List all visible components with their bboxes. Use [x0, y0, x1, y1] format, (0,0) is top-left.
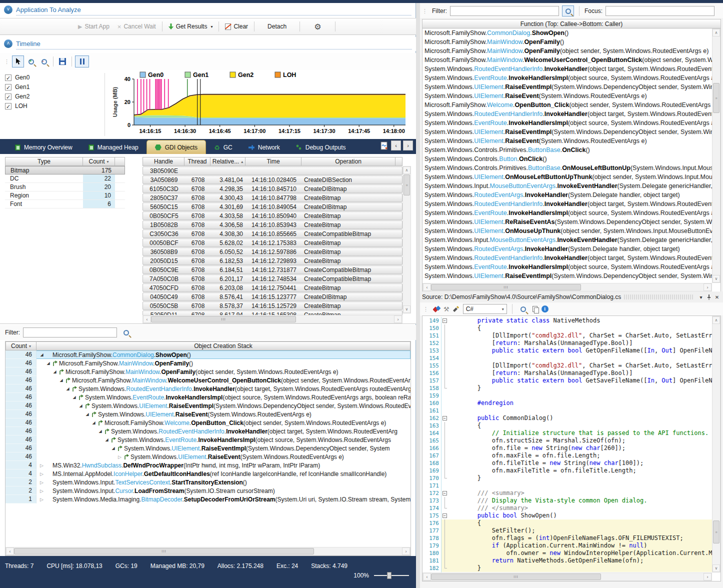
- code-line[interactable]: 175− public bool ShowOpen(): [422, 512, 712, 520]
- function-hscrollbar[interactable]: ‹ III ›: [422, 283, 712, 292]
- flashlight-icon[interactable]: [452, 306, 460, 312]
- fold-collapse-icon[interactable]: −: [442, 514, 447, 518]
- scroll-up-button[interactable]: ∧: [712, 29, 720, 36]
- handle-row[interactable]: 28050C3767084.300,4314:16:10.847798Creat…: [142, 194, 402, 202]
- expand-closed-icon[interactable]: ▷: [116, 454, 123, 460]
- pause-button[interactable]: [75, 56, 89, 68]
- handle-row[interactable]: 20050D1567086.182,5314:16:12.729893Creat…: [142, 256, 402, 265]
- stack-tree-row[interactable]: 46◢Microsoft.FamilyShow.CommonDialog.Sho…: [6, 350, 410, 359]
- checkbox-checked-icon[interactable]: ✓: [5, 84, 12, 90]
- stack-filter-input[interactable]: [23, 328, 117, 338]
- handle-row[interactable]: 1B05082B67084.306,5814:16:10.853943Creat…: [142, 220, 402, 229]
- stack-tree-row[interactable]: 4▷MS.Win32.HwndSubclass.DefWndProcWrappe…: [6, 461, 410, 470]
- stack-tree-row[interactable]: 2▷System.Windows.Input.TextServicesConte…: [6, 478, 410, 486]
- code-line[interactable]: 181 return NativeMethods.GetOpenFileName…: [422, 557, 712, 564]
- code-line[interactable]: 157 public static extern bool GetSaveFil…: [422, 377, 712, 384]
- scroll-left-button[interactable]: ‹: [6, 548, 14, 555]
- code-line[interactable]: 167 ofn.maxFile = ofn.file.Length;: [422, 452, 712, 460]
- source-dropdown-button[interactable]: ▾: [697, 293, 705, 301]
- function-row[interactable]: System.Windows.UIElement.RaiseEvent(Syst…: [422, 136, 712, 146]
- column-header-count[interactable]: Count▾: [6, 342, 36, 350]
- pin-button[interactable]: [705, 293, 713, 301]
- scroll-down-button[interactable]: ∨: [403, 306, 410, 313]
- code-line[interactable]: 168 ofn.fileTitle = new String(new char[…: [422, 460, 712, 467]
- stack-tree-row[interactable]: 46◢Microsoft.FamilyShow.MainWindow.OpenF…: [6, 368, 410, 376]
- function-row[interactable]: Microsoft.FamilyShow.CommonDialog.ShowOp…: [422, 28, 712, 38]
- function-vscrollbar[interactable]: ∧ ≡ ∨: [712, 28, 720, 283]
- tab-debug-outputs[interactable]: Debug Outputs: [288, 141, 354, 154]
- handle-row[interactable]: 47050CFD67086.203,0814:16:12.750441Creat…: [142, 284, 402, 292]
- code-lines[interactable]: 149− private static class NativeMethods1…: [422, 317, 712, 581]
- component-icon[interactable]: [433, 306, 440, 312]
- function-filter-input[interactable]: [450, 6, 559, 16]
- scroll-down-button[interactable]: ∨: [712, 564, 720, 572]
- select-tool-button[interactable]: [12, 56, 24, 68]
- expand-open-icon[interactable]: ◢: [71, 395, 78, 400]
- handle-row[interactable]: 04050C4967088.576,4114:16:15.123777Creat…: [142, 292, 402, 301]
- column-header-operation[interactable]: Operation: [302, 157, 396, 166]
- type-row[interactable]: Bitmap175: [5, 166, 125, 174]
- handle-row[interactable]: 05050C5B67088.578,3714:16:15.125729Creat…: [142, 302, 402, 310]
- handle-hscrollbar[interactable]: ‹III›: [142, 315, 402, 324]
- series-toggle-gen2[interactable]: ✓Gen2: [5, 92, 104, 101]
- column-header-count[interactable]: Count▾: [83, 157, 115, 166]
- function-row[interactable]: Microsoft.FamilyShow.MainWindow.OpenFami…: [422, 46, 712, 56]
- function-row[interactable]: Microsoft.FamilyShow.Welcome.OpenButton_…: [422, 100, 712, 110]
- zoom-out-button[interactable]: -: [38, 56, 50, 68]
- code-line[interactable]: 153 public static extern bool GetOpenFil…: [422, 347, 712, 354]
- series-toggle-gen1[interactable]: ✓Gen1: [5, 82, 104, 92]
- checkbox-checked-icon[interactable]: ✓: [5, 74, 12, 81]
- expand-open-icon[interactable]: ◢: [110, 446, 116, 450]
- function-row[interactable]: System.Windows.RoutedEventHandlerInfo.In…: [422, 64, 712, 74]
- code-line[interactable]: 150 {: [422, 324, 712, 332]
- scroll-left-button[interactable]: ‹: [423, 284, 431, 291]
- code-line[interactable]: 161: [422, 407, 712, 414]
- column-header-stack[interactable]: Object Creation Stack: [36, 342, 410, 350]
- zoom-in-button[interactable]: +: [25, 56, 37, 68]
- stack-tree-row[interactable]: 46◢Microsoft.FamilyShow.Welcome.OpenButt…: [6, 418, 410, 427]
- stack-tree-row[interactable]: 46◢Microsoft.FamilyShow.MainWindow.Welco…: [6, 376, 410, 384]
- function-row[interactable]: System.Windows.UIElement.ReRaiseEventAs(…: [422, 218, 712, 226]
- expand-open-icon[interactable]: ◢: [38, 352, 45, 357]
- function-row[interactable]: System.Windows.RoutedEventHandlerInfo.In…: [422, 110, 712, 118]
- function-row[interactable]: System.Windows.EventRoute.InvokeHandlers…: [422, 74, 712, 82]
- function-filter-search-button[interactable]: [562, 6, 574, 16]
- toolbar-grip[interactable]: ⋮: [422, 8, 427, 14]
- expand-open-icon[interactable]: ◢: [84, 412, 90, 416]
- code-line[interactable]: 173 /// Display the Vista-style common O…: [422, 497, 712, 504]
- function-row[interactable]: System.Windows.Controls.Button.OnClick(): [422, 154, 712, 164]
- code-hscrollbar[interactable]: ‹ III ›: [422, 572, 712, 581]
- code-line[interactable]: 154: [422, 354, 712, 362]
- scroll-right-button[interactable]: ›: [394, 316, 402, 323]
- column-header-handle[interactable]: Handle: [142, 157, 184, 166]
- type-row[interactable]: Font6: [5, 200, 125, 208]
- code-line[interactable]: 158 }: [422, 384, 712, 392]
- fold-collapse-icon[interactable]: −: [442, 318, 447, 323]
- function-row[interactable]: Microsoft.FamilyShow.MainWindow.WelcomeU…: [422, 56, 712, 64]
- scrollbar-thumb[interactable]: III: [431, 574, 601, 580]
- function-row[interactable]: System.Windows.UIElement.OnMouseLeftButt…: [422, 172, 712, 182]
- series-toggle-loh[interactable]: ✓LOH: [5, 102, 104, 110]
- expand-closed-icon[interactable]: ▷: [38, 463, 45, 468]
- expand-open-icon[interactable]: ◢: [97, 429, 104, 434]
- code-line[interactable]: 176 {: [422, 520, 712, 527]
- code-line[interactable]: 159: [422, 392, 712, 400]
- handle-row[interactable]: 3A05086967083.481,0414:16:10.028405Creat…: [142, 176, 402, 184]
- expand-open-icon[interactable]: ◢: [58, 378, 64, 382]
- scroll-right-button[interactable]: ›: [704, 284, 712, 291]
- function-row[interactable]: System.Windows.UIElement.RaiseEvent(Syst…: [422, 92, 712, 100]
- column-header-thread[interactable]: Thread: [184, 157, 210, 166]
- source-search-button[interactable]: [518, 304, 530, 314]
- handle-vscrollbar[interactable]: ∧≡∨: [402, 166, 411, 314]
- expand-open-icon[interactable]: ◢: [90, 420, 97, 425]
- code-line[interactable]: 151 [DllImport("comdlg32.dll", CharSet =…: [422, 332, 712, 340]
- toolbar-grip[interactable]: ⋮: [4, 58, 9, 65]
- function-row[interactable]: System.Windows.UIElement.OnMouseUpThunk(…: [422, 226, 712, 236]
- handle-row[interactable]: 7A050C0B67086.201,1714:16:12.748534Creat…: [142, 274, 402, 283]
- tree-hscrollbar[interactable]: ‹III›: [6, 547, 410, 556]
- column-header-relative[interactable]: Relative...▴: [210, 157, 246, 166]
- code-line[interactable]: 163 {: [422, 422, 712, 430]
- code-line[interactable]: 179 if (Application.Current.MainWindow !…: [422, 542, 712, 550]
- handle-row[interactable]: 0B050C9E67086.184,5114:16:12.731877Creat…: [142, 266, 402, 274]
- expand-open-icon[interactable]: ◢: [64, 386, 71, 391]
